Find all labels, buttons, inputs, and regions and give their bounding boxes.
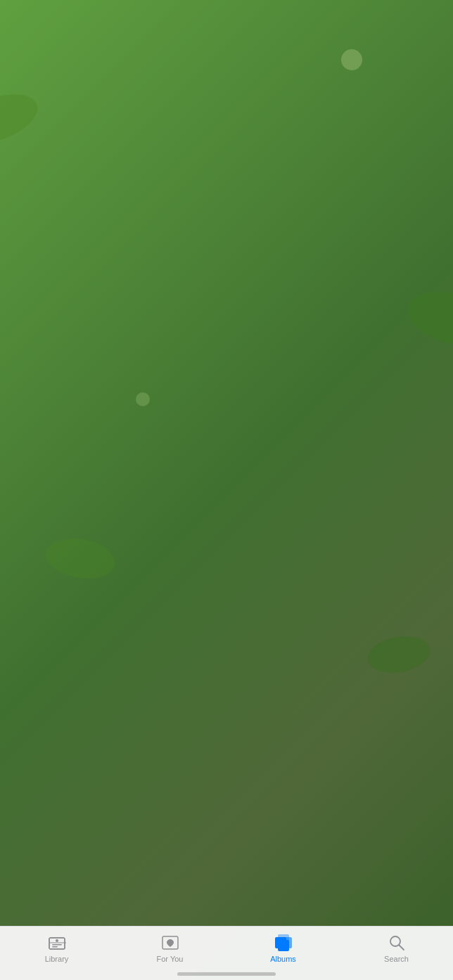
search-icon <box>388 934 406 952</box>
svg-rect-4 <box>52 946 58 948</box>
tab-albums[interactable]: Albums <box>255 934 312 963</box>
for-you-icon <box>161 934 179 952</box>
tab-search-label: Search <box>384 955 409 963</box>
svg-point-2 <box>56 939 58 942</box>
albums-icon <box>274 934 293 952</box>
tab-for-you-label: For You <box>157 955 184 963</box>
tab-library[interactable]: Library <box>29 934 85 963</box>
shared-albums-row <box>0 556 453 697</box>
svg-rect-3 <box>52 944 62 946</box>
tab-for-you[interactable]: For You <box>142 934 198 963</box>
svg-line-11 <box>399 946 404 950</box>
library-icon <box>48 934 66 952</box>
home-indicator <box>177 972 276 976</box>
tab-search[interactable]: Search <box>369 934 425 963</box>
tab-library-label: Library <box>45 955 69 963</box>
shared-albums-section: Shared Albums See All <box>0 517 453 697</box>
svg-rect-9 <box>278 940 289 951</box>
shared-album-2-thumb <box>167 556 308 697</box>
tab-albums-label: Albums <box>270 955 296 963</box>
shared-album-2[interactable] <box>167 556 308 697</box>
